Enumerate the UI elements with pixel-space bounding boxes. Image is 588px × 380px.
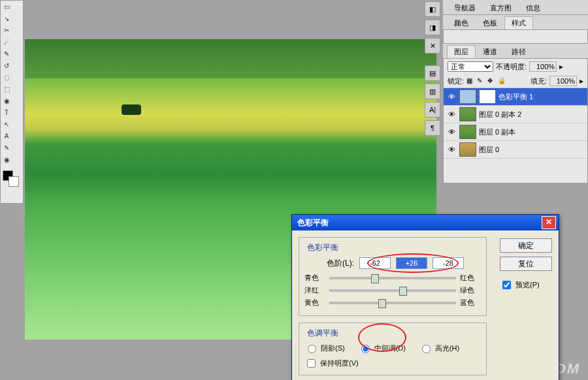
tool-stamp[interactable]: ⬚: [1, 83, 12, 95]
layer-name[interactable]: 图层 0: [479, 145, 585, 155]
slider-thumb[interactable]: [399, 287, 407, 296]
eye-icon[interactable]: 👁: [446, 146, 457, 153]
fieldset-title-tb: 色调平衡: [304, 328, 341, 339]
slider-right-label: 蓝色: [460, 298, 481, 308]
panel-dock-2: ▤ ▥ A| ¶: [425, 65, 440, 136]
color-tabs: 颜色 色板 样式: [443, 15, 588, 30]
tool-path[interactable]: ↖: [1, 118, 12, 130]
level-input-yellow-blue[interactable]: [433, 257, 464, 269]
blend-controls: 正常 不透明度: 100% ▸: [444, 59, 587, 74]
tab-color[interactable]: 颜色: [447, 16, 476, 29]
dock-char-icon[interactable]: A|: [425, 102, 440, 118]
radio-shadows[interactable]: 阴影(S): [304, 343, 345, 353]
tool-shape[interactable]: A: [1, 130, 12, 142]
dock-tool-icon[interactable]: ✕: [425, 38, 440, 54]
tab-paths[interactable]: 路径: [504, 45, 533, 58]
slider-cyan-red[interactable]: [329, 277, 456, 279]
preserve-lum-check[interactable]: [307, 359, 316, 368]
dock-para-icon[interactable]: ¶: [425, 120, 440, 136]
preview-check-input[interactable]: [502, 281, 511, 289]
radio-shadows-input[interactable]: [308, 345, 316, 353]
checkbox-preserve-lum[interactable]: 保持明度(V): [304, 357, 481, 370]
slider-left-label: 青色: [304, 273, 325, 283]
layer-thumb-icon[interactable]: [459, 142, 476, 157]
tool-zoom[interactable]: ◉: [1, 153, 12, 165]
dialog-body: 色彩平衡 色阶(L): 青色 红色 洋红 绿色 黄色 蓝色: [292, 230, 559, 380]
lock-paint-icon[interactable]: ✎: [477, 77, 485, 85]
radio-highlights-input[interactable]: [422, 345, 431, 353]
layer-row[interactable]: 👁 图层 0 副本: [444, 123, 587, 141]
ok-button[interactable]: 确定: [500, 238, 552, 253]
tab-channels[interactable]: 通道: [476, 45, 504, 58]
blend-mode-select[interactable]: 正常: [448, 61, 493, 72]
slider-right-label: 红色: [460, 273, 481, 283]
dock-history-icon[interactable]: ▤: [425, 65, 440, 81]
radio-highlights[interactable]: 高光(H): [419, 343, 459, 353]
lock-move-icon[interactable]: ✥: [487, 77, 495, 85]
layer-row[interactable]: 👁 色彩平衡 1: [444, 88, 587, 106]
radio-midtones[interactable]: 中间调(D): [358, 343, 406, 353]
dock-nav-icon[interactable]: ◧: [425, 1, 440, 17]
tool-type[interactable]: T: [1, 106, 12, 118]
close-icon[interactable]: ✕: [542, 216, 556, 229]
tab-layers[interactable]: 图层: [447, 45, 476, 58]
dialog-titlebar[interactable]: 色彩平衡 ✕: [292, 215, 559, 230]
tool-crop[interactable]: ✎: [1, 48, 12, 59]
eye-icon[interactable]: 👁: [446, 110, 457, 118]
tool-marquee[interactable]: ▭: [1, 1, 12, 12]
layers-panel: 正常 不透明度: 100% ▸ 锁定: ▦ ✎ ✥ 🔒 填充: 100% ▸ 👁…: [443, 59, 588, 183]
cancel-button[interactable]: 复位: [500, 257, 552, 271]
tool-wand[interactable]: ☄: [1, 36, 12, 48]
layer-name[interactable]: 图层 0 副本: [479, 127, 585, 137]
slider-magenta-green[interactable]: [329, 289, 456, 292]
dock-color-icon[interactable]: ◨: [425, 20, 440, 35]
layer-thumb-icon[interactable]: [459, 125, 476, 139]
fill-label: 填充:: [531, 76, 547, 86]
eye-icon[interactable]: 👁: [446, 128, 457, 136]
layer-row[interactable]: 👁 图层 0 副本 2: [444, 106, 587, 123]
slider-yellow-blue[interactable]: [329, 302, 456, 304]
dock-actions-icon[interactable]: ▥: [425, 84, 440, 99]
fill-value[interactable]: 100%: [549, 76, 577, 86]
level-input-magenta-green[interactable]: [396, 257, 427, 269]
layer-row[interactable]: 👁 图层 0: [444, 141, 587, 159]
tool-slice[interactable]: ↺: [1, 59, 12, 71]
tool-pen[interactable]: ✎: [1, 142, 12, 153]
dialog-buttons: 确定 复位 预览(P): [500, 238, 552, 291]
slider-row-yb: 黄色 蓝色: [304, 298, 481, 308]
fill-arrow-icon[interactable]: ▸: [580, 76, 583, 86]
opacity-value[interactable]: 100%: [529, 61, 557, 72]
opacity-arrow-icon[interactable]: ▸: [559, 62, 563, 71]
tab-histogram[interactable]: 直方图: [483, 1, 519, 14]
radio-midtones-input[interactable]: [361, 345, 370, 353]
layer-thumb-icon[interactable]: [459, 107, 476, 121]
level-input-cyan-red[interactable]: [359, 257, 391, 269]
background-color[interactable]: [8, 176, 19, 187]
eye-icon[interactable]: 👁: [446, 93, 457, 101]
lock-pixels-icon[interactable]: ▦: [466, 77, 474, 85]
tool-lasso[interactable]: ✂: [1, 24, 12, 36]
slider-right-label: 绿色: [460, 285, 481, 295]
layer-name[interactable]: 图层 0 副本 2: [479, 110, 585, 119]
tab-style[interactable]: 样式: [504, 16, 533, 29]
slider-thumb[interactable]: [371, 274, 379, 283]
layer-list: 👁 色彩平衡 1 👁 图层 0 副本 2 👁 图层 0 副本 👁 图层 0: [444, 88, 587, 159]
layer-name[interactable]: 色彩平衡 1: [498, 92, 585, 102]
panel-dock: ◧ ◨ ✕: [425, 1, 440, 54]
tool-eraser[interactable]: ◉: [1, 95, 12, 106]
color-balance-dialog: 色彩平衡 ✕ 色彩平衡 色阶(L): 青色 红色 洋红 绿色: [291, 214, 559, 380]
preview-checkbox[interactable]: 预览(P): [500, 279, 552, 291]
toolbox: ▭ ↘ ✂ ☄ ✎ ↺ ◌ ⬚ ◉ T ↖ A ✎ ◉: [0, 0, 24, 204]
layer-thumb-icon[interactable]: [459, 89, 476, 104]
tool-brush[interactable]: ◌: [1, 71, 12, 83]
slider-thumb[interactable]: [378, 299, 386, 308]
lock-all-icon[interactable]: 🔒: [498, 77, 506, 85]
tab-swatch[interactable]: 色板: [476, 16, 504, 29]
lock-controls: 锁定: ▦ ✎ ✥ 🔒 填充: 100% ▸: [444, 74, 587, 88]
dialog-title: 色彩平衡: [295, 217, 542, 229]
layer-mask-thumb[interactable]: [479, 89, 496, 104]
tab-info[interactable]: 信息: [519, 1, 547, 14]
levels-row: 色阶(L):: [304, 257, 481, 269]
tab-navigator[interactable]: 导航器: [447, 1, 483, 14]
tool-move[interactable]: ↘: [1, 12, 12, 24]
